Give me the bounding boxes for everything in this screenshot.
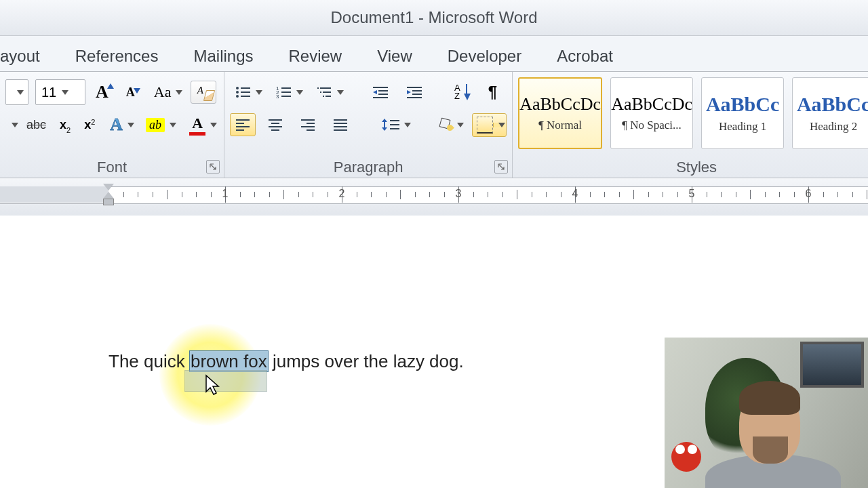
svg-rect-42 xyxy=(384,121,385,128)
highlight-button[interactable]: ab xyxy=(142,116,178,134)
style--normal[interactable]: AaBbCcDc¶ Normal xyxy=(518,77,602,149)
svg-rect-34 xyxy=(301,119,315,121)
group-paragraph: 123 AZ ¶ xyxy=(224,72,513,178)
chevron-down-icon xyxy=(404,123,411,127)
svg-rect-19 xyxy=(378,90,388,92)
increase-indent-button[interactable] xyxy=(401,81,428,103)
increase-indent-icon xyxy=(406,85,423,100)
ribbon-tabs: ayout References Mailings Review View De… xyxy=(0,36,868,72)
svg-rect-35 xyxy=(307,123,315,124)
align-right-icon xyxy=(300,118,316,131)
subscript-button[interactable]: x2 xyxy=(56,115,74,136)
drag-ghost xyxy=(184,370,267,392)
sort-button[interactable]: AZ xyxy=(450,81,475,104)
font-color-button[interactable]: A xyxy=(184,113,218,138)
tab-mailings[interactable]: Mailings xyxy=(176,47,271,71)
clear-formatting-button[interactable]: A xyxy=(191,81,216,104)
group-styles: AaBbCcDc¶ NormalAaBbCcDc¶ No Spaci...AaB… xyxy=(513,72,868,178)
svg-rect-7 xyxy=(281,87,291,89)
multilevel-list-button[interactable] xyxy=(311,81,345,103)
font-name-combo[interactable] xyxy=(5,79,28,105)
svg-point-4 xyxy=(236,95,239,98)
cursor-icon xyxy=(203,374,222,397)
launcher-icon xyxy=(497,163,505,171)
chevron-down-icon xyxy=(296,90,303,95)
shading-button[interactable] xyxy=(434,115,465,134)
style-heading-1[interactable]: AaBbCcHeading 1 xyxy=(701,77,784,149)
tab-view[interactable]: View xyxy=(359,47,430,71)
tab-layout[interactable]: ayout xyxy=(0,47,58,71)
svg-rect-12 xyxy=(317,87,319,89)
document-text[interactable]: The quick brown fox jumps over the lazy … xyxy=(108,351,464,372)
svg-rect-45 xyxy=(390,128,399,129)
font-dialog-launcher[interactable] xyxy=(206,160,220,174)
svg-rect-28 xyxy=(236,126,250,127)
ribbon: 11 A A Aa A abc x2 x2 A ab A Font 123 xyxy=(0,72,868,178)
align-justify-icon xyxy=(332,118,349,131)
tab-review[interactable]: Review xyxy=(271,47,359,71)
svg-rect-24 xyxy=(412,94,422,95)
chevron-down-icon xyxy=(127,123,134,127)
bullets-button[interactable] xyxy=(230,81,264,103)
font-size-combo[interactable]: 11 xyxy=(35,79,85,105)
decrease-indent-icon xyxy=(372,85,389,100)
document-area[interactable]: The quick brown fox jumps over the lazy … xyxy=(0,216,868,488)
tab-developer[interactable]: Developer xyxy=(430,47,539,71)
unknown-dropdown[interactable] xyxy=(5,119,16,131)
show-pilcrow-button[interactable]: ¶ xyxy=(482,81,503,104)
svg-rect-27 xyxy=(236,123,244,124)
group-label-font: Font xyxy=(0,159,224,176)
svg-rect-14 xyxy=(320,92,321,93)
svg-rect-23 xyxy=(412,90,422,92)
svg-point-2 xyxy=(236,91,239,94)
text-effects-button[interactable]: A xyxy=(105,113,136,137)
align-right-button[interactable] xyxy=(295,113,321,136)
decrease-indent-button[interactable] xyxy=(367,81,394,103)
svg-rect-20 xyxy=(378,94,388,95)
align-justify-button[interactable] xyxy=(328,113,353,136)
line-spacing-button[interactable] xyxy=(376,114,412,136)
grow-font-button[interactable]: A xyxy=(92,80,116,104)
window-title: Document1 - Microsoft Word xyxy=(0,0,868,36)
style--no-spaci-[interactable]: AaBbCcDc¶ No Spaci... xyxy=(610,77,693,149)
svg-rect-21 xyxy=(373,97,388,98)
strikethrough-button[interactable]: abc xyxy=(23,115,50,136)
change-case-button[interactable]: Aa xyxy=(149,81,184,103)
svg-rect-38 xyxy=(334,119,347,121)
svg-rect-37 xyxy=(307,129,315,131)
svg-rect-33 xyxy=(271,129,279,131)
tab-references[interactable]: References xyxy=(58,47,176,71)
svg-rect-22 xyxy=(407,87,422,88)
paragraph-dialog-launcher[interactable] xyxy=(494,160,508,174)
group-label-paragraph: Paragraph xyxy=(224,159,512,176)
group-font: 11 A A Aa A abc x2 x2 A ab A Font xyxy=(0,72,224,178)
align-left-button[interactable] xyxy=(230,113,256,136)
indent-marker[interactable] xyxy=(103,184,114,205)
ruler[interactable]: 123456 xyxy=(0,178,868,218)
chevron-down-icon xyxy=(457,123,464,127)
align-left-icon xyxy=(235,118,251,131)
font-color-bar xyxy=(189,132,205,136)
text-selection: brown fox xyxy=(190,351,268,371)
align-center-button[interactable] xyxy=(262,113,288,136)
tab-acrobat[interactable]: Acrobat xyxy=(539,47,631,71)
chevron-down-icon xyxy=(12,123,18,127)
svg-rect-43 xyxy=(390,120,399,121)
group-label-styles: Styles xyxy=(513,159,868,176)
launcher-icon xyxy=(209,163,217,171)
chevron-down-icon xyxy=(62,90,68,95)
numbering-button[interactable]: 123 xyxy=(271,81,304,103)
numbering-icon: 123 xyxy=(275,85,292,100)
svg-rect-5 xyxy=(241,96,250,97)
shrink-font-button[interactable]: A xyxy=(123,83,142,102)
svg-rect-25 xyxy=(407,97,422,98)
borders-button[interactable] xyxy=(472,113,507,137)
style-heading-2[interactable]: AaBbCcHeading 2 xyxy=(792,77,868,149)
svg-rect-26 xyxy=(236,119,250,121)
superscript-button[interactable]: x2 xyxy=(81,115,98,136)
sort-icon: AZ xyxy=(454,84,460,100)
shading-icon xyxy=(439,119,452,131)
multilevel-icon xyxy=(316,85,332,100)
svg-rect-44 xyxy=(390,124,399,125)
svg-rect-9 xyxy=(281,92,291,93)
